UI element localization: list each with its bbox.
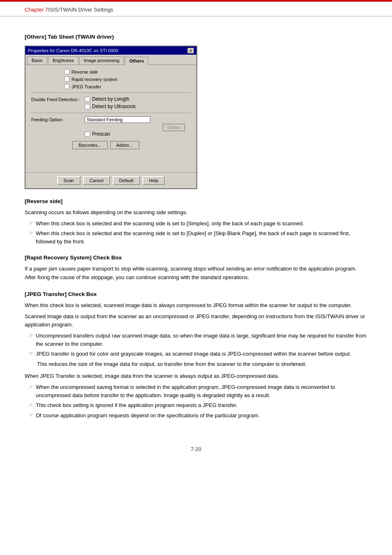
cancel-button[interactable]: Cancel [83,176,110,185]
barcodes-addon-row: Barcodes... Addon... [72,141,191,149]
page-number: 7-20 [191,446,201,452]
jpeg-bullet-2-text: JPEG transfer is good for color and gray… [36,350,351,358]
jpeg-bullet2-3-text: Of course application program requests d… [36,412,260,420]
checkbox-detect-length[interactable] [85,97,90,102]
section-others-title: [Others] Tab Sheet (TWAIN driver) [25,34,367,40]
double-feed-controls: Detect by Length Detect by Ultrasonic [85,96,136,109]
feeding-option-controls: Standard Feeding [85,116,150,123]
barcodes-button[interactable]: Barcodes... [72,141,108,149]
tab-basic[interactable]: Basic [27,56,47,65]
checkbox-reverse-side[interactable] [64,69,69,74]
jpeg-body1: When this check box is selected, scanned… [25,301,367,310]
page-content: [Others] Tab Sheet (TWAIN driver) Proper… [0,16,392,438]
checkbox-detect-ultrasonic[interactable] [85,104,90,109]
detect-length-row: Detect by Length [85,96,136,102]
chapter-label: Chapter 7 [25,7,48,13]
jpeg-body2: Scanned image data is output from the sc… [25,312,367,330]
jpeg-bullet2-1-text: When the uncompressed saving format is s… [36,383,367,399]
jpeg-bullet-1: ☞ Uncompressed transfers output raw scan… [29,332,367,348]
jpeg-bullet2-3: ☞ Of course application program requests… [29,412,367,420]
checkbox-rapid-recovery-label: Rapid recovery system [71,77,118,82]
jpeg-bullet2-icon-2: ☞ [29,402,33,408]
addon-button[interactable]: Addon... [110,141,139,149]
rapid-recovery-body: If a paper jam causes paper transport to… [25,265,367,282]
prescan-row: Prescan [85,131,191,137]
jpeg-bullet2-1: ☞ When the uncompressed saving format is… [29,383,367,399]
feeding-option-row: Feeding Option : Standard Feeding [31,116,191,123]
jpeg-bullet-icon-2: ☞ [29,351,33,356]
dialog-titlebar: Properties for Canon DR-4010C on STI 000… [25,46,196,55]
bullet-icon-1: ☞ [29,220,33,226]
dialog-wrapper: Properties for Canon DR-4010C on STI 000… [25,46,367,189]
jpeg-bullet2-2-text: This check box setting is ignored if the… [36,401,238,409]
tab-brightness[interactable]: Brightness [48,56,78,65]
section-rapid-title: [Rapid Recovery System] Check Box [25,254,367,261]
feeding-option-label: Feeding Option : [31,116,85,122]
dialog-body: Reverse side Rapid recovery system JPEG … [25,65,196,172]
reverse-bullet-1: ☞ When this check box is selected and th… [29,220,367,228]
checkbox-jpeg-transfer-label: JPEG Transfer [71,84,101,89]
section-reverse-title: [Reverse side] [25,198,367,204]
detect-ultrasonic-row: Detect by Ultrasonic [85,104,136,109]
checkbox-prescan[interactable] [85,132,90,137]
dialog-close-button[interactable]: ✕ [187,48,194,53]
dialog-tabs: Basic Brightness Image processing Others [25,55,196,65]
double-feed-label: Double Feed Detection : [31,96,85,102]
jpeg-bullet-1-text: Uncompressed transfers output raw scanne… [36,332,367,348]
checkbox-reverse-side-row: Reverse side [64,69,191,74]
tab-image-processing[interactable]: Image processing [79,56,124,65]
jpeg-sub-bullet: This reduces the size of the image data … [37,360,367,368]
tab-others[interactable]: Others [125,57,148,65]
checkbox-jpeg-transfer[interactable] [64,84,69,89]
scan-button[interactable]: Scan [57,176,81,185]
define-btn-wrapper: Define [31,124,185,131]
detect-length-label: Detect by Length [92,96,129,102]
bullet-icon-2: ☞ [29,230,33,236]
default-button[interactable]: Default [113,176,140,185]
detect-ultrasonic-label: Detect by Ultrasonic [92,104,136,109]
checkbox-rapid-recovery-row: Rapid recovery system [64,76,191,82]
properties-dialog: Properties for Canon DR-4010C on STI 000… [25,46,197,189]
reverse-bullet-2: ☞ When this check box is selected and th… [29,229,367,245]
help-button[interactable]: Help [143,176,165,185]
dialog-title-text: Properties for Canon DR-4010C on STI 000… [28,48,118,53]
checkbox-jpeg-transfer-row: JPEG Transfer [64,84,191,89]
jpeg-body3: When JPEG Transfer is selected, image da… [25,372,367,381]
jpeg-bullet-2: ☞ JPEG transfer is good for color and gr… [29,350,367,358]
header-title: ISIS/TWAIN Driver Settings [48,7,113,13]
feeding-select[interactable]: Standard Feeding [85,116,150,123]
define-button[interactable]: Define [163,124,185,131]
jpeg-bullet2-2: ☞ This check box setting is ignored if t… [29,401,367,409]
section-jpeg-title: [JPEG Transfer] Check Box [25,291,367,297]
checkbox-reverse-side-label: Reverse side [71,69,98,74]
jpeg-bullet2-icon-1: ☞ [29,384,33,390]
reverse-side-body: Scanning occurs as follows depending on … [25,208,367,217]
checkbox-rapid-recovery[interactable] [64,76,69,82]
reverse-bullet-1-text: When this check box is selected and the … [36,220,304,228]
dialog-footer: Scan Cancel Default Help [25,172,196,188]
page-header: Chapter 7 ISIS/TWAIN Driver Settings [0,2,392,16]
prescan-label: Prescan [92,131,110,137]
double-feed-row: Double Feed Detection : Detect by Length… [31,96,191,109]
jpeg-bullet2-icon-3: ☞ [29,412,33,418]
feeding-select-wrapper: Standard Feeding [85,116,150,123]
jpeg-bullet-icon-1: ☞ [29,333,33,338]
page-footer: 7-20 [0,438,392,456]
reverse-bullet-2-text: When this check box is selected and the … [36,229,367,245]
